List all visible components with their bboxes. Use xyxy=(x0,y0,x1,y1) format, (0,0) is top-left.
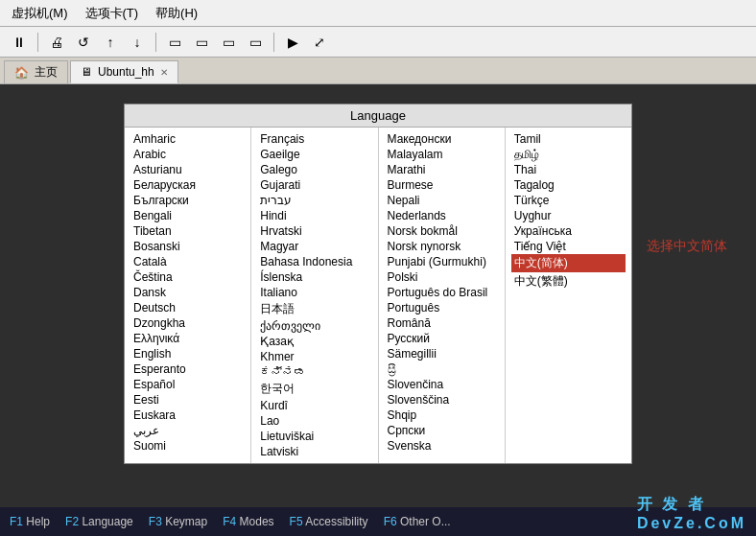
status-f6[interactable]: F6 Other O... xyxy=(384,515,451,528)
refresh-btn[interactable]: ↺ xyxy=(72,31,95,54)
list-item[interactable]: Sämegillii xyxy=(385,346,499,361)
list-item[interactable]: Gujarati xyxy=(257,177,371,193)
list-item[interactable]: Српски xyxy=(385,423,499,438)
status-f1[interactable]: F1 Help xyxy=(10,515,50,528)
list-item[interactable]: Marathi xyxy=(385,162,499,177)
tab-ubuntu-close[interactable]: ✕ xyxy=(160,67,168,78)
list-item[interactable]: Čeština xyxy=(130,269,245,285)
list-item[interactable]: Norsk bokmål xyxy=(385,223,499,239)
list-item[interactable]: Esperanto xyxy=(130,361,245,377)
list-item[interactable]: ಕನ್ನಡ xyxy=(257,364,371,380)
list-item[interactable]: ქართველი xyxy=(257,318,371,334)
list-item[interactable]: Türkçe xyxy=(511,193,626,208)
list-item[interactable]: Kurdî xyxy=(257,398,371,413)
list-item[interactable]: ස්‍රී xyxy=(385,361,499,377)
list-item[interactable]: Eesti xyxy=(130,392,245,408)
toolbar-sep-1 xyxy=(37,33,38,52)
list-item[interactable]: Latviski xyxy=(257,444,371,459)
list-item[interactable]: 한국어 xyxy=(257,380,371,398)
list-item[interactable]: Русский xyxy=(385,331,499,346)
menu-help[interactable]: 帮助(H) xyxy=(148,3,205,24)
list-item[interactable]: Suomi xyxy=(130,438,245,454)
list-item[interactable]: Slovenčina xyxy=(385,377,499,392)
list-item[interactable]: Català xyxy=(130,254,245,269)
screen1-btn[interactable]: ▭ xyxy=(163,31,186,54)
list-item[interactable]: Português do Brasil xyxy=(385,285,499,300)
screen3-btn[interactable]: ▭ xyxy=(217,31,240,54)
up-btn[interactable]: ↑ xyxy=(99,31,122,54)
list-item[interactable]: Nepali xyxy=(385,193,499,208)
list-item[interactable]: Shqip xyxy=(385,408,499,423)
list-item[interactable]: Norsk nynorsk xyxy=(385,239,499,254)
list-item[interactable]: Tamil xyxy=(511,131,626,147)
list-item[interactable]: Hrvatski xyxy=(257,223,371,239)
list-item[interactable]: Euskara xyxy=(130,408,245,423)
list-item[interactable]: Magyar xyxy=(257,239,371,254)
lang-col-3: Македонски Malayalam Marathi Burmese Nep… xyxy=(379,128,506,463)
list-item[interactable]: Hindi xyxy=(257,208,371,223)
list-item[interactable]: 日本語 xyxy=(257,300,371,318)
list-item[interactable]: Қазақ xyxy=(257,334,371,349)
list-item[interactable]: Burmese xyxy=(385,177,499,193)
list-item[interactable]: Bahasa Indonesia xyxy=(257,254,371,269)
status-f2[interactable]: F2 Language xyxy=(65,515,133,528)
list-item[interactable]: Punjabi (Gurmukhi) xyxy=(385,254,499,269)
status-f4[interactable]: F4 Modes xyxy=(223,515,273,528)
tab-ubuntu[interactable]: 🖥 Ubuntu_hh ✕ xyxy=(70,60,178,83)
list-item[interactable]: Slovenščina xyxy=(385,392,499,408)
list-item[interactable]: Lietuviškai xyxy=(257,429,371,444)
list-item[interactable]: Dzongkha xyxy=(130,315,245,331)
screen2-btn[interactable]: ▭ xyxy=(190,31,213,54)
list-item[interactable]: Беларуская xyxy=(130,177,245,193)
list-item[interactable]: Ελληνικά xyxy=(130,331,245,346)
list-item[interactable]: Português xyxy=(385,300,499,315)
list-item[interactable]: Nederlands xyxy=(385,208,499,223)
tab-home[interactable]: 🏠 主页 xyxy=(4,60,68,83)
terminal-btn[interactable]: ▶ xyxy=(281,31,304,54)
list-item[interactable]: Tibetan xyxy=(130,223,245,239)
list-item[interactable]: Malayalam xyxy=(385,147,499,162)
list-item[interactable]: Dansk xyxy=(130,285,245,300)
list-item[interactable]: Lao xyxy=(257,413,371,429)
list-item[interactable]: Deutsch xyxy=(130,300,245,315)
status-f5[interactable]: F5 Accessibility xyxy=(290,515,368,528)
list-item[interactable]: עברית xyxy=(257,193,371,208)
screen4-btn[interactable]: ▭ xyxy=(244,31,267,54)
list-item[interactable]: عربي xyxy=(130,423,245,438)
devze-watermark: 开 发 者DevZe.CoM xyxy=(637,495,746,532)
status-f3[interactable]: F3 Keymap xyxy=(149,515,207,528)
list-item[interactable]: Svenska xyxy=(385,438,499,454)
list-item[interactable]: Uyghur xyxy=(511,208,626,223)
list-item[interactable]: Français xyxy=(257,131,371,147)
list-item[interactable]: Tagalog xyxy=(511,177,626,193)
list-item[interactable]: Español xyxy=(130,377,245,392)
list-item[interactable]: Română xyxy=(385,315,499,331)
list-item[interactable]: Bosanski xyxy=(130,239,245,254)
fullscreen-btn[interactable]: ⤢ xyxy=(308,31,331,54)
list-item[interactable]: Íslenska xyxy=(257,269,371,285)
list-item[interactable]: Khmer xyxy=(257,349,371,364)
list-item-english[interactable]: English xyxy=(130,346,245,361)
list-item[interactable]: Українська xyxy=(511,223,626,239)
list-item[interactable]: Bengali xyxy=(130,208,245,223)
list-item[interactable]: Galego xyxy=(257,162,371,177)
list-item[interactable]: Gaeilge xyxy=(257,147,371,162)
list-item-chinese-traditional[interactable]: 中文(繁體) xyxy=(511,272,626,291)
menu-vm[interactable]: 虚拟机(M) xyxy=(4,3,76,24)
list-item[interactable]: Asturianu xyxy=(130,162,245,177)
list-item[interactable]: Polski xyxy=(385,269,499,285)
pause-btn[interactable]: ⏸ xyxy=(8,31,31,54)
list-item[interactable]: Македонски xyxy=(385,131,499,147)
list-item[interactable]: Arabic xyxy=(130,147,245,162)
menu-options[interactable]: 选项卡(T) xyxy=(78,3,147,24)
down-btn[interactable]: ↓ xyxy=(126,31,149,54)
list-item[interactable]: Amharic xyxy=(130,131,245,147)
list-item[interactable]: Thai xyxy=(511,162,626,177)
list-item[interactable]: தமிழ் xyxy=(511,147,626,162)
list-item[interactable]: Български xyxy=(130,193,245,208)
list-item[interactable]: Tiếng Việt xyxy=(511,239,626,254)
toolbar-sep-2 xyxy=(155,33,156,52)
list-item-chinese-simplified[interactable]: 中文(简体) xyxy=(511,254,626,272)
print-btn[interactable]: 🖨 xyxy=(45,31,68,54)
list-item[interactable]: Italiano xyxy=(257,285,371,300)
